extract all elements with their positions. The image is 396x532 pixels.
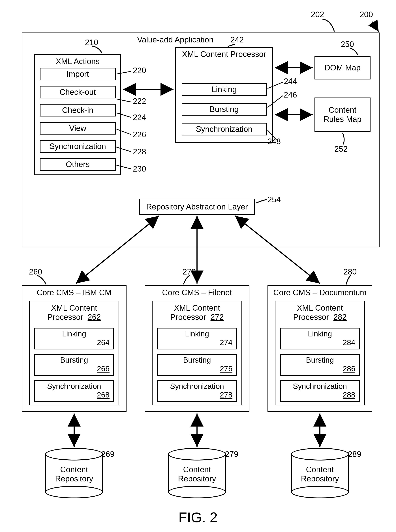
repo-documentum: ContentRepository bbox=[291, 448, 349, 498]
ref-200: 200 bbox=[360, 10, 373, 19]
xml-actions-title: XML Actions bbox=[34, 57, 121, 66]
ref-230: 230 bbox=[133, 164, 146, 173]
cms-ibm-linking: Linking264 bbox=[34, 328, 114, 349]
ref-220: 220 bbox=[133, 66, 146, 75]
action-import: Import bbox=[40, 68, 116, 80]
repo-filenet-label: ContentRepository bbox=[168, 465, 226, 483]
dom-map-box: DOM Map bbox=[314, 56, 371, 80]
ref-260: 260 bbox=[29, 267, 42, 276]
cms-filenet-proc-label: XML ContentProcessor 272 bbox=[152, 303, 242, 322]
cms-documentum-title: Core CMS – Documentum bbox=[268, 288, 372, 297]
ref-270: 270 bbox=[183, 267, 196, 276]
cms-filenet-sync: Synchronization278 bbox=[157, 380, 237, 402]
value-add-title: Value-add Application bbox=[127, 35, 224, 44]
action-others: Others bbox=[40, 158, 116, 171]
ref-228: 228 bbox=[133, 147, 146, 156]
repo-documentum-label: ContentRepository bbox=[291, 465, 349, 483]
ral-label: Repository Abstraction Layer bbox=[146, 202, 248, 211]
diagram-canvas: Value-add Application XML Actions Import… bbox=[0, 0, 396, 532]
ref-202: 202 bbox=[311, 10, 324, 19]
cms-filenet-linking: Linking274 bbox=[157, 328, 237, 349]
ref-222: 222 bbox=[133, 97, 146, 106]
action-sync: Synchronization bbox=[40, 140, 116, 153]
proc-linking: Linking bbox=[182, 83, 267, 96]
ref-252: 252 bbox=[334, 144, 348, 154]
action-view: View bbox=[40, 122, 116, 135]
cms-ibm-sync: Synchronization268 bbox=[34, 380, 114, 402]
action-checkout: Check-out bbox=[40, 86, 116, 98]
ref-226: 226 bbox=[133, 130, 146, 139]
cms-ibm-title: Core CMS – IBM CM bbox=[22, 288, 127, 297]
svg-line-0 bbox=[372, 22, 379, 32]
content-rules-box: Content Rules Map bbox=[314, 97, 371, 132]
ref-246: 246 bbox=[284, 90, 297, 99]
proc-bursting: Bursting bbox=[182, 103, 267, 115]
ref-242: 242 bbox=[230, 35, 244, 44]
ref-244: 244 bbox=[284, 77, 297, 86]
xml-processor-title: XML Content Processor bbox=[175, 50, 273, 59]
ref-250: 250 bbox=[341, 40, 354, 49]
ref-280: 280 bbox=[344, 267, 357, 276]
cms-documentum-linking: Linking284 bbox=[280, 328, 360, 349]
ref-289: 289 bbox=[348, 450, 361, 459]
ref-210: 210 bbox=[85, 38, 98, 47]
ral-box: Repository Abstraction Layer bbox=[139, 199, 255, 215]
cms-ibm-proc-label: XML ContentProcessor 262 bbox=[29, 303, 119, 322]
ref-254: 254 bbox=[268, 195, 281, 204]
action-checkin: Check-in bbox=[40, 104, 116, 116]
ref-269: 269 bbox=[101, 450, 114, 459]
ref-248: 248 bbox=[268, 137, 281, 146]
cms-ibm-bursting: Bursting266 bbox=[34, 354, 114, 376]
figure-label: FIG. 2 bbox=[0, 509, 396, 526]
repo-filenet: ContentRepository bbox=[168, 448, 226, 498]
cms-documentum-bursting: Bursting286 bbox=[280, 354, 360, 376]
cms-documentum-sync: Synchronization288 bbox=[280, 380, 360, 402]
repo-ibm: ContentRepository bbox=[45, 448, 103, 498]
ref-224: 224 bbox=[133, 113, 146, 122]
proc-sync: Synchronization bbox=[182, 123, 267, 135]
repo-ibm-label: ContentRepository bbox=[45, 465, 103, 483]
cms-documentum-proc-label: XML ContentProcessor 282 bbox=[275, 303, 365, 322]
content-rules-label: Content Rules Map bbox=[324, 105, 361, 124]
ref-279: 279 bbox=[225, 450, 238, 459]
cms-filenet-bursting: Bursting276 bbox=[157, 354, 237, 376]
dom-map-label: DOM Map bbox=[324, 63, 361, 72]
cms-filenet-title: Core CMS – Filenet bbox=[145, 288, 250, 297]
